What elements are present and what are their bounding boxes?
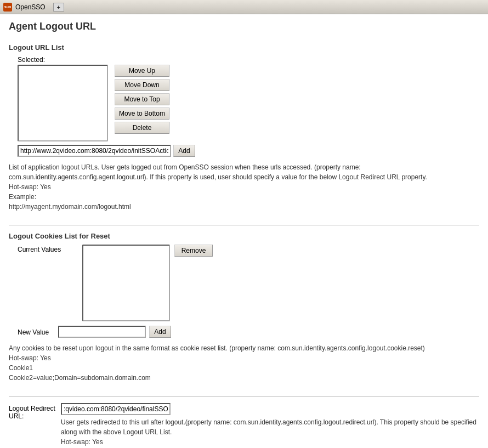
section-divider-2	[9, 396, 479, 396]
redirect-description: User gets redirected to this url after l…	[61, 417, 479, 447]
logout-cookies-section-title: Logout Cookies List for Reset	[9, 232, 479, 240]
move-up-button[interactable]: Move Up	[115, 65, 169, 77]
url-btn-group: Move Up Move Down Move to Top Move to Bo…	[115, 65, 169, 134]
section-divider	[9, 225, 479, 225]
move-to-top-button[interactable]: Move to Top	[115, 93, 169, 105]
redirect-row: Logout Redirect URL: User gets redirecte…	[9, 403, 479, 447]
new-tab-button[interactable]: +	[53, 3, 64, 12]
page-title: Agent Logout URL	[9, 21, 479, 35]
selected-label: Selected:	[18, 56, 479, 64]
url-input[interactable]	[18, 145, 171, 157]
logout-redirect-section: Logout Redirect URL: User gets redirecte…	[9, 403, 479, 447]
redirect-url-input[interactable]	[61, 403, 171, 415]
url-add-button[interactable]: Add	[173, 145, 195, 157]
new-value-label: New Value	[18, 327, 55, 336]
app-name: OpenSSO	[15, 3, 46, 11]
title-bar: sun OpenSSO +	[0, 0, 488, 14]
redirect-url-label: Logout Redirect URL:	[9, 403, 61, 420]
move-down-button[interactable]: Move Down	[115, 79, 169, 91]
current-values-listbox[interactable]	[82, 245, 170, 321]
delete-button[interactable]: Delete	[115, 122, 169, 134]
current-values-label: Current Values	[18, 245, 78, 253]
remove-button[interactable]: Remove	[174, 245, 213, 257]
cookies-description: Any cookies to be reset upon logout in t…	[9, 343, 479, 383]
page-content: Agent Logout URL Logout URL List Selecte…	[0, 14, 488, 448]
new-value-row: New Value Add	[18, 326, 479, 338]
app-icon: sun	[3, 3, 12, 12]
logout-url-section: Logout URL List Selected: Move Up Move D…	[9, 43, 479, 212]
cookies-add-button[interactable]: Add	[149, 326, 171, 338]
logout-url-description: List of application logout URLs. User ge…	[9, 162, 479, 212]
new-value-input[interactable]	[58, 326, 146, 338]
selected-urls-listbox[interactable]	[18, 65, 108, 141]
logout-cookies-section: Logout Cookies List for Reset Current Va…	[9, 232, 479, 383]
current-values-row: Current Values Remove	[18, 245, 479, 321]
url-list-controls: Move Up Move Down Move to Top Move to Bo…	[18, 65, 479, 141]
url-input-row: Add	[18, 145, 479, 157]
logout-url-section-title: Logout URL List	[9, 43, 479, 52]
move-to-bottom-button[interactable]: Move to Bottom	[115, 107, 169, 120]
url-list-area: Selected: Move Up Move Down Move to Top …	[18, 56, 479, 157]
